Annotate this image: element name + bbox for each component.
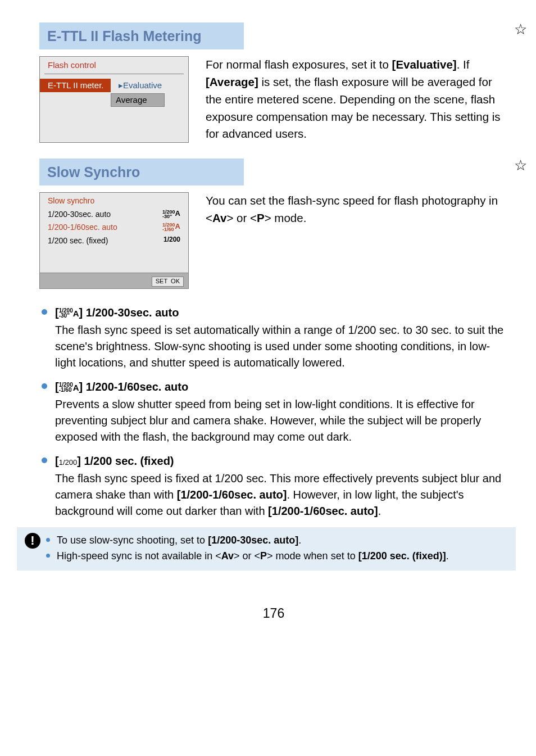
bullet-item-2: [1/200-1/60A] 1/200-1/60sec. auto Preven… bbox=[39, 379, 508, 445]
menu-header-slow: Slow synchro bbox=[40, 193, 188, 207]
bullet-title: [1/200] 1/200 sec. (fixed) bbox=[55, 453, 508, 469]
section-slow-synchro: ☆ Slow Synchro Slow synchro 1/200-30sec.… bbox=[39, 159, 508, 289]
bullet-icon bbox=[46, 538, 50, 542]
bold-text: [1/200-30sec. auto] bbox=[208, 535, 298, 546]
option-label: Evaluative bbox=[123, 80, 162, 90]
p-mode-icon: P bbox=[260, 550, 267, 562]
p-mode-icon: P bbox=[257, 211, 265, 224]
section-title-slow: Slow Synchro bbox=[39, 159, 244, 185]
slow-row-1: 1/200-30sec. auto 1/200-30"A bbox=[40, 208, 188, 221]
bullet-body: The flash sync speed is fixed at 1/200 s… bbox=[55, 470, 508, 519]
star-icon: ☆ bbox=[514, 19, 527, 40]
caution-icon: ! bbox=[25, 533, 40, 549]
slow-row-label: 1/200 sec. (fixed) bbox=[48, 235, 108, 246]
slow-row-label: 1/200-30sec. auto bbox=[48, 209, 111, 220]
slow-row-label: 1/200-1/60sec. auto bbox=[48, 221, 117, 233]
bullet-title: [1/200-1/60A] 1/200-1/60sec. auto bbox=[55, 379, 508, 395]
slow-row-3: 1/200 sec. (fixed) 1/200 bbox=[40, 234, 188, 247]
menu-flash-control: Flash control E-TTL II meter. ▸Evaluativ… bbox=[39, 56, 189, 143]
bullet-body: Prevents a slow shutter speed from being… bbox=[55, 396, 508, 445]
bullet-icon bbox=[42, 383, 47, 389]
av-mode-icon: Av bbox=[212, 211, 226, 224]
page-number: 176 bbox=[39, 604, 508, 623]
note-line-1: To use slow-sync shooting, set to [1/200… bbox=[46, 533, 507, 547]
marker-icon: ▸ bbox=[119, 80, 123, 90]
menu-row-evaluative: E-TTL II meter. ▸Evaluative bbox=[40, 78, 188, 93]
section-body-ettl: For normal flash exposures, set it to [E… bbox=[206, 56, 508, 143]
section-body-slow: You can set the flash-sync speed for fla… bbox=[206, 192, 508, 289]
slow-row-icon: 1/200-1/60A bbox=[162, 221, 180, 233]
bold-text: [1/200 sec. (fixed)] bbox=[358, 550, 446, 562]
bullet-list: [1/200-30"A] 1/200-30sec. auto The flash… bbox=[39, 305, 508, 519]
slow-row-value: 1/200 bbox=[163, 235, 180, 246]
menu-slow-synchro: Slow synchro 1/200-30sec. auto 1/200-30"… bbox=[39, 192, 189, 289]
bullet-title: [1/200-30"A] 1/200-30sec. auto bbox=[55, 305, 508, 321]
bold-average: [Average] bbox=[206, 75, 258, 88]
menu-header: Flash control bbox=[40, 57, 188, 74]
menu-option-average: Average bbox=[111, 93, 165, 107]
bullet-icon bbox=[42, 458, 47, 463]
section-ettl: ☆ E-TTL II Flash Metering Flash control … bbox=[39, 22, 508, 143]
bullet-icon bbox=[46, 554, 50, 558]
set-ok-button: SET OK bbox=[152, 277, 184, 287]
bullet-item-3: [1/200] 1/200 sec. (fixed) The flash syn… bbox=[39, 453, 508, 519]
av-mode-icon: Av bbox=[221, 550, 234, 562]
slow-row-2: 1/200-1/60sec. auto 1/200-1/60A bbox=[40, 221, 188, 234]
bullet-body: The flash sync speed is set automaticall… bbox=[55, 322, 508, 371]
note-line-2: High-speed sync is not available in <Av>… bbox=[46, 549, 507, 563]
menu-option-evaluative: ▸Evaluative bbox=[111, 79, 162, 92]
section-title-ettl: E-TTL II Flash Metering bbox=[39, 22, 244, 49]
bold-evaluative: [Evaluative] bbox=[392, 58, 457, 71]
bullet-item-1: [1/200-30"A] 1/200-30sec. auto The flash… bbox=[39, 305, 508, 371]
menu-footer: SET OK bbox=[40, 273, 188, 288]
slow-row-icon: 1/200-30"A bbox=[162, 209, 180, 220]
caution-note: ! To use slow-sync shooting, set to [1/2… bbox=[17, 527, 516, 570]
bold-text: [1/200-1/60sec. auto] bbox=[177, 488, 287, 501]
star-icon: ☆ bbox=[514, 155, 527, 176]
bold-text: [1/200-1/60sec. auto] bbox=[268, 505, 378, 517]
menu-row-label: E-TTL II meter. bbox=[40, 79, 111, 92]
bullet-icon bbox=[42, 309, 47, 315]
